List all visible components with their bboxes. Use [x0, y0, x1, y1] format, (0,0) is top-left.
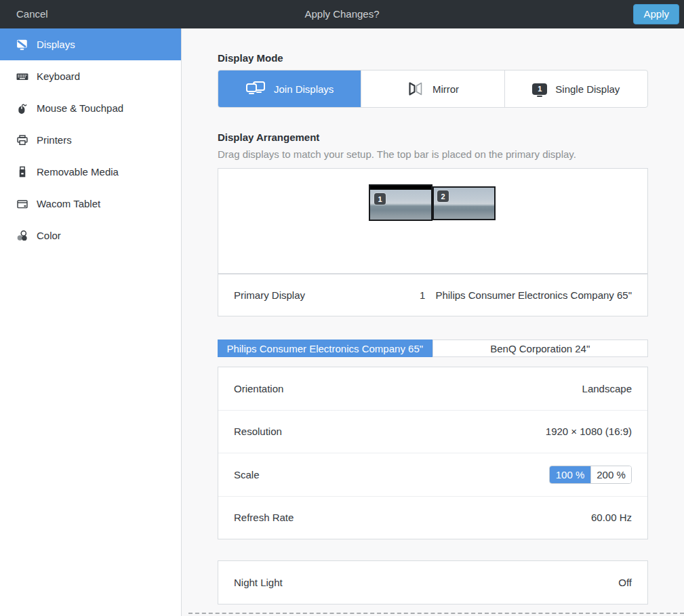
sidebar-item-label: Displays	[37, 39, 75, 50]
printer-icon	[16, 134, 28, 146]
keyboard-icon	[16, 70, 28, 83]
monitor-thumbnail-1[interactable]: 1	[369, 184, 432, 221]
primary-display-row[interactable]: Primary Display 1 Philips Consumer Elect…	[218, 274, 648, 316]
primary-top-bar-indicator	[370, 186, 431, 190]
sidebar-item-displays[interactable]: Displays	[0, 28, 181, 60]
resolution-value: 1920 × 1080 (16:9)	[546, 426, 632, 437]
single-display-icon: 1	[532, 83, 547, 95]
display-arrangement-hint: Drag displays to match your setup. The t…	[218, 148, 576, 160]
join-displays-icon	[245, 81, 266, 97]
display-arrangement-canvas: 1 2	[218, 168, 648, 274]
primary-display-label: Primary Display	[234, 289, 305, 301]
wacom-tablet-icon	[16, 198, 28, 210]
color-icon	[16, 230, 28, 242]
sidebar-item-label: Removable Media	[37, 166, 119, 178]
display-arrangement-title: Display Arrangement	[218, 131, 319, 143]
mirror-icon	[407, 80, 424, 98]
orientation-value: Landscape	[582, 383, 632, 394]
night-light-label: Night Light	[234, 577, 283, 588]
sidebar-item-label: Printers	[37, 134, 72, 146]
join-displays-label: Join Displays	[274, 83, 334, 95]
display-mode-title: Display Mode	[218, 52, 283, 64]
sidebar-item-printers[interactable]: Printers	[0, 124, 181, 156]
refresh-rate-label: Refresh Rate	[234, 512, 294, 523]
single-display-button[interactable]: 1 Single Display	[504, 70, 647, 107]
single-display-label: Single Display	[555, 83, 620, 95]
mouse-icon	[16, 102, 28, 115]
sidebar-item-wacom-tablet[interactable]: Wacom Tablet	[0, 188, 181, 220]
settings-sidebar: Displays Keyboard	[0, 28, 182, 616]
monitor-settings-list: Orientation Landscape Resolution 1920 × …	[218, 367, 648, 539]
refresh-rate-row[interactable]: Refresh Rate 60.00 Hz	[218, 496, 647, 539]
sidebar-item-keyboard[interactable]: Keyboard	[0, 60, 181, 92]
orientation-label: Orientation	[234, 383, 283, 394]
scale-200-button[interactable]: 200 %	[590, 466, 631, 483]
join-displays-button[interactable]: Join Displays	[218, 70, 361, 107]
displays-icon	[16, 39, 28, 51]
scale-row: Scale 100 % 200 %	[218, 453, 647, 496]
primary-display-number: 1	[420, 289, 425, 301]
sidebar-item-color[interactable]: Color	[0, 220, 181, 251]
apply-button[interactable]: Apply	[633, 4, 679, 24]
scale-100-button[interactable]: 100 %	[550, 466, 590, 483]
night-light-row[interactable]: Night Light Off	[218, 560, 648, 604]
sidebar-item-label: Keyboard	[37, 70, 80, 82]
sidebar-item-label: Mouse & Touchpad	[37, 102, 123, 114]
header-title: Apply Changes?	[0, 0, 684, 28]
display-mode-segmented-control: Join Displays Mirror 1 Single Display	[218, 70, 648, 108]
sidebar-item-label: Wacom Tablet	[37, 198, 100, 209]
sidebar-item-removable-media[interactable]: Removable Media	[0, 156, 181, 188]
night-light-value: Off	[618, 577, 632, 588]
tab-benq-monitor[interactable]: BenQ Corporation 24"	[432, 340, 649, 357]
tab-philips-monitor[interactable]: Philips Consumer Electronics Company 65"	[218, 340, 432, 357]
sidebar-item-label: Color	[37, 230, 61, 241]
scale-label: Scale	[234, 469, 260, 480]
monitor-thumbnail-2[interactable]: 2	[432, 186, 496, 220]
header-bar: Cancel Apply Changes? Apply	[0, 0, 684, 28]
monitor-1-badge: 1	[374, 193, 386, 205]
removable-media-icon	[16, 166, 28, 178]
scale-segmented-control: 100 % 200 %	[549, 466, 632, 484]
orientation-row[interactable]: Orientation Landscape	[218, 367, 647, 410]
display-settings-window: Cancel Apply Changes? Apply Displays	[0, 0, 684, 616]
window-bottom-dashed-border	[188, 613, 684, 614]
resolution-label: Resolution	[234, 426, 282, 437]
primary-display-value: 1 Philips Consumer Electronics Company 6…	[420, 289, 632, 301]
primary-display-name: Philips Consumer Electronics Company 65"	[435, 289, 632, 301]
mirror-label: Mirror	[432, 83, 459, 95]
sidebar-item-mouse-touchpad[interactable]: Mouse & Touchpad	[0, 92, 181, 124]
resolution-row[interactable]: Resolution 1920 × 1080 (16:9)	[218, 410, 647, 453]
refresh-rate-value: 60.00 Hz	[591, 512, 632, 523]
mirror-button[interactable]: Mirror	[361, 70, 504, 107]
monitor-tabs: Philips Consumer Electronics Company 65"…	[218, 340, 648, 357]
monitor-2-badge: 2	[437, 190, 449, 202]
